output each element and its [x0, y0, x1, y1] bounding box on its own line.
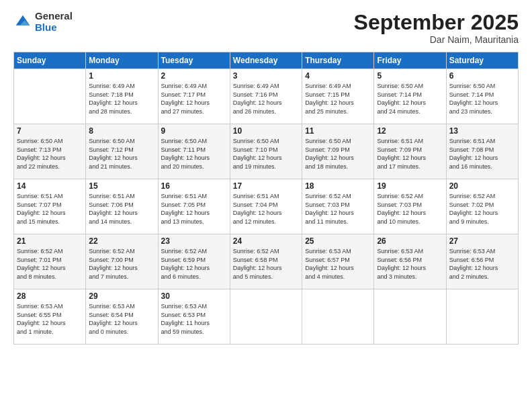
day-info: Sunrise: 6:50 AM Sunset: 7:10 PM Dayligh… [233, 137, 299, 171]
calendar-cell [374, 289, 446, 345]
day-number: 29 [89, 291, 154, 301]
day-info: Sunrise: 6:50 AM Sunset: 7:14 PM Dayligh… [377, 82, 443, 116]
day-info: Sunrise: 6:51 AM Sunset: 7:09 PM Dayligh… [377, 137, 443, 171]
day-number: 3 [233, 71, 299, 81]
col-monday: Monday [86, 52, 158, 69]
day-number: 16 [161, 181, 227, 191]
day-info: Sunrise: 6:51 AM Sunset: 7:07 PM Dayligh… [17, 192, 83, 226]
day-number: 27 [449, 236, 515, 246]
day-number: 1 [89, 71, 154, 81]
calendar-cell: 27Sunrise: 6:53 AM Sunset: 6:56 PM Dayli… [446, 234, 518, 289]
col-wednesday: Wednesday [230, 52, 302, 69]
title-block: September 2025 Dar Naim, Mauritania [354, 11, 519, 45]
calendar-cell: 1Sunrise: 6:49 AM Sunset: 7:18 PM Daylig… [86, 69, 158, 124]
header: General Blue September 2025 Dar Naim, Ma… [13, 11, 519, 45]
calendar-cell: 8Sunrise: 6:50 AM Sunset: 7:12 PM Daylig… [86, 124, 158, 179]
day-info: Sunrise: 6:51 AM Sunset: 7:04 PM Dayligh… [233, 192, 299, 226]
calendar-page: General Blue September 2025 Dar Naim, Ma… [0, 0, 532, 411]
day-info: Sunrise: 6:50 AM Sunset: 7:14 PM Dayligh… [449, 82, 515, 116]
week-row-1: 1Sunrise: 6:49 AM Sunset: 7:18 PM Daylig… [14, 69, 519, 124]
calendar-cell: 25Sunrise: 6:53 AM Sunset: 6:57 PM Dayli… [302, 234, 374, 289]
calendar-cell: 26Sunrise: 6:53 AM Sunset: 6:56 PM Dayli… [374, 234, 446, 289]
day-number: 8 [89, 126, 154, 136]
col-thursday: Thursday [302, 52, 374, 69]
day-number: 25 [305, 236, 371, 246]
day-info: Sunrise: 6:53 AM Sunset: 6:54 PM Dayligh… [89, 302, 154, 336]
day-number: 2 [161, 71, 227, 81]
day-number: 5 [377, 71, 443, 81]
day-number: 4 [305, 71, 371, 81]
calendar-cell: 10Sunrise: 6:50 AM Sunset: 7:10 PM Dayli… [230, 124, 302, 179]
logo-general: General [35, 11, 73, 22]
day-number: 12 [377, 126, 443, 136]
day-info: Sunrise: 6:51 AM Sunset: 7:05 PM Dayligh… [161, 192, 227, 226]
day-info: Sunrise: 6:53 AM Sunset: 6:55 PM Dayligh… [17, 302, 83, 336]
day-info: Sunrise: 6:52 AM Sunset: 7:03 PM Dayligh… [305, 192, 371, 226]
day-info: Sunrise: 6:51 AM Sunset: 7:08 PM Dayligh… [449, 137, 515, 171]
day-number: 15 [89, 181, 154, 191]
location: Dar Naim, Mauritania [354, 34, 519, 45]
day-info: Sunrise: 6:52 AM Sunset: 7:02 PM Dayligh… [449, 192, 515, 226]
day-info: Sunrise: 6:50 AM Sunset: 7:11 PM Dayligh… [161, 137, 227, 171]
day-number: 26 [377, 236, 443, 246]
day-info: Sunrise: 6:49 AM Sunset: 7:15 PM Dayligh… [305, 82, 371, 116]
col-sunday: Sunday [14, 52, 86, 69]
day-number: 10 [233, 126, 299, 136]
calendar-cell: 13Sunrise: 6:51 AM Sunset: 7:08 PM Dayli… [446, 124, 518, 179]
calendar-cell: 15Sunrise: 6:51 AM Sunset: 7:06 PM Dayli… [86, 179, 158, 234]
day-number: 30 [161, 291, 227, 301]
day-number: 13 [449, 126, 515, 136]
calendar-cell: 24Sunrise: 6:52 AM Sunset: 6:58 PM Dayli… [230, 234, 302, 289]
calendar-cell [14, 69, 86, 124]
calendar-cell: 17Sunrise: 6:51 AM Sunset: 7:04 PM Dayli… [230, 179, 302, 234]
calendar-cell [446, 289, 518, 345]
logo-icon [13, 13, 32, 32]
calendar-cell: 5Sunrise: 6:50 AM Sunset: 7:14 PM Daylig… [374, 69, 446, 124]
day-info: Sunrise: 6:50 AM Sunset: 7:13 PM Dayligh… [17, 137, 83, 171]
calendar-cell: 18Sunrise: 6:52 AM Sunset: 7:03 PM Dayli… [302, 179, 374, 234]
month-title: September 2025 [354, 11, 519, 34]
day-number: 17 [233, 181, 299, 191]
day-number: 22 [89, 236, 154, 246]
calendar-cell: 2Sunrise: 6:49 AM Sunset: 7:17 PM Daylig… [158, 69, 230, 124]
calendar-cell: 7Sunrise: 6:50 AM Sunset: 7:13 PM Daylig… [14, 124, 86, 179]
calendar-header-row: Sunday Monday Tuesday Wednesday Thursday… [14, 52, 519, 69]
day-info: Sunrise: 6:51 AM Sunset: 7:06 PM Dayligh… [89, 192, 154, 226]
calendar-cell: 22Sunrise: 6:52 AM Sunset: 7:00 PM Dayli… [86, 234, 158, 289]
calendar-cell: 4Sunrise: 6:49 AM Sunset: 7:15 PM Daylig… [302, 69, 374, 124]
day-info: Sunrise: 6:50 AM Sunset: 7:12 PM Dayligh… [89, 137, 154, 171]
day-number: 14 [17, 181, 83, 191]
calendar-cell: 14Sunrise: 6:51 AM Sunset: 7:07 PM Dayli… [14, 179, 86, 234]
calendar-cell: 6Sunrise: 6:50 AM Sunset: 7:14 PM Daylig… [446, 69, 518, 124]
day-info: Sunrise: 6:53 AM Sunset: 6:57 PM Dayligh… [305, 247, 371, 281]
calendar-cell: 12Sunrise: 6:51 AM Sunset: 7:09 PM Dayli… [374, 124, 446, 179]
day-info: Sunrise: 6:53 AM Sunset: 6:56 PM Dayligh… [377, 247, 443, 281]
calendar-cell: 30Sunrise: 6:53 AM Sunset: 6:53 PM Dayli… [158, 289, 230, 345]
logo: General Blue [13, 11, 73, 33]
col-friday: Friday [374, 52, 446, 69]
day-info: Sunrise: 6:52 AM Sunset: 7:03 PM Dayligh… [377, 192, 443, 226]
week-row-5: 28Sunrise: 6:53 AM Sunset: 6:55 PM Dayli… [14, 289, 519, 345]
calendar-cell: 20Sunrise: 6:52 AM Sunset: 7:02 PM Dayli… [446, 179, 518, 234]
calendar-cell: 29Sunrise: 6:53 AM Sunset: 6:54 PM Dayli… [86, 289, 158, 345]
week-row-2: 7Sunrise: 6:50 AM Sunset: 7:13 PM Daylig… [14, 124, 519, 179]
day-info: Sunrise: 6:53 AM Sunset: 6:56 PM Dayligh… [449, 247, 515, 281]
logo-text: General Blue [35, 11, 73, 33]
calendar-table: Sunday Monday Tuesday Wednesday Thursday… [13, 52, 519, 345]
week-row-4: 21Sunrise: 6:52 AM Sunset: 7:01 PM Dayli… [14, 234, 519, 289]
day-info: Sunrise: 6:53 AM Sunset: 6:53 PM Dayligh… [161, 302, 227, 336]
calendar-cell: 11Sunrise: 6:50 AM Sunset: 7:09 PM Dayli… [302, 124, 374, 179]
calendar-cell: 9Sunrise: 6:50 AM Sunset: 7:11 PM Daylig… [158, 124, 230, 179]
day-number: 18 [305, 181, 371, 191]
day-info: Sunrise: 6:52 AM Sunset: 6:58 PM Dayligh… [233, 247, 299, 281]
col-saturday: Saturday [446, 52, 518, 69]
day-number: 20 [449, 181, 515, 191]
calendar-cell: 3Sunrise: 6:49 AM Sunset: 7:16 PM Daylig… [230, 69, 302, 124]
calendar-cell [302, 289, 374, 345]
col-tuesday: Tuesday [158, 52, 230, 69]
day-number: 28 [17, 291, 83, 301]
day-number: 24 [233, 236, 299, 246]
day-info: Sunrise: 6:52 AM Sunset: 7:01 PM Dayligh… [17, 247, 83, 281]
calendar-cell: 16Sunrise: 6:51 AM Sunset: 7:05 PM Dayli… [158, 179, 230, 234]
week-row-3: 14Sunrise: 6:51 AM Sunset: 7:07 PM Dayli… [14, 179, 519, 234]
